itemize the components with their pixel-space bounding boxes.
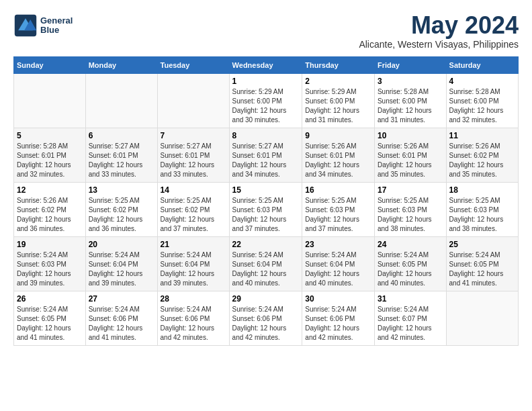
- calendar-header: Sunday Monday Tuesday Wednesday Thursday…: [14, 57, 519, 74]
- day-info: Sunrise: 5:24 AM Sunset: 6:04 PM Dayligh…: [161, 250, 226, 288]
- day-number: 7: [161, 131, 226, 140]
- logo: General Blue: [13, 13, 73, 38]
- calendar-cell: 27Sunrise: 5:24 AM Sunset: 6:06 PM Dayli…: [85, 291, 157, 346]
- day-info: Sunrise: 5:25 AM Sunset: 6:02 PM Dayligh…: [161, 196, 226, 234]
- calendar-cell: 3Sunrise: 5:28 AM Sunset: 6:00 PM Daylig…: [374, 74, 446, 128]
- calendar-cell: 16Sunrise: 5:25 AM Sunset: 6:03 PM Dayli…: [302, 183, 375, 237]
- day-number: 18: [449, 185, 515, 195]
- week-row-4: 19Sunrise: 5:24 AM Sunset: 6:03 PM Dayli…: [14, 237, 519, 291]
- day-info: Sunrise: 5:24 AM Sunset: 6:06 PM Dayligh…: [161, 305, 226, 342]
- day-number: 12: [17, 185, 83, 195]
- calendar-cell: 10Sunrise: 5:26 AM Sunset: 6:01 PM Dayli…: [374, 128, 446, 183]
- day-number: 4: [449, 77, 515, 86]
- col-wednesday: Wednesday: [229, 57, 302, 74]
- calendar-cell: 17Sunrise: 5:25 AM Sunset: 6:03 PM Dayli…: [374, 183, 446, 237]
- day-info: Sunrise: 5:24 AM Sunset: 6:04 PM Dayligh…: [305, 250, 371, 288]
- calendar-cell: 28Sunrise: 5:24 AM Sunset: 6:06 PM Dayli…: [157, 291, 229, 346]
- calendar-body: 1Sunrise: 5:29 AM Sunset: 6:00 PM Daylig…: [14, 74, 519, 346]
- day-info: Sunrise: 5:24 AM Sunset: 6:04 PM Dayligh…: [232, 250, 300, 288]
- calendar-cell: [14, 74, 86, 128]
- day-info: Sunrise: 5:27 AM Sunset: 6:01 PM Dayligh…: [161, 142, 226, 179]
- calendar-cell: 26Sunrise: 5:24 AM Sunset: 6:05 PM Dayli…: [14, 291, 86, 346]
- calendar-cell: 5Sunrise: 5:28 AM Sunset: 6:01 PM Daylig…: [14, 128, 86, 183]
- day-number: 31: [378, 294, 443, 304]
- day-info: Sunrise: 5:24 AM Sunset: 6:07 PM Dayligh…: [378, 305, 443, 342]
- day-number: 27: [89, 294, 154, 304]
- day-number: 21: [161, 240, 226, 249]
- day-info: Sunrise: 5:26 AM Sunset: 6:02 PM Dayligh…: [17, 196, 83, 234]
- week-row-2: 5Sunrise: 5:28 AM Sunset: 6:01 PM Daylig…: [14, 128, 519, 183]
- calendar-cell: 31Sunrise: 5:24 AM Sunset: 6:07 PM Dayli…: [374, 291, 446, 346]
- title-section: May 2024 Alicante, Western Visayas, Phil…: [359, 13, 519, 50]
- calendar-cell: 24Sunrise: 5:24 AM Sunset: 6:05 PM Dayli…: [374, 237, 446, 291]
- day-info: Sunrise: 5:24 AM Sunset: 6:06 PM Dayligh…: [232, 305, 300, 342]
- day-number: 3: [378, 77, 443, 86]
- month-title: May 2024: [359, 13, 519, 38]
- calendar-cell: 23Sunrise: 5:24 AM Sunset: 6:04 PM Dayli…: [302, 237, 375, 291]
- day-info: Sunrise: 5:24 AM Sunset: 6:03 PM Dayligh…: [17, 250, 83, 288]
- day-info: Sunrise: 5:25 AM Sunset: 6:03 PM Dayligh…: [305, 196, 371, 234]
- day-info: Sunrise: 5:24 AM Sunset: 6:06 PM Dayligh…: [89, 305, 154, 342]
- day-number: 30: [305, 294, 371, 304]
- day-number: 19: [17, 240, 83, 249]
- page-header: General Blue May 2024 Alicante, Western …: [13, 13, 519, 50]
- day-number: 29: [232, 294, 300, 304]
- col-thursday: Thursday: [302, 57, 375, 74]
- day-info: Sunrise: 5:25 AM Sunset: 6:03 PM Dayligh…: [378, 196, 443, 234]
- day-info: Sunrise: 5:27 AM Sunset: 6:01 PM Dayligh…: [89, 142, 154, 179]
- day-number: 10: [378, 131, 443, 140]
- calendar-cell: 21Sunrise: 5:24 AM Sunset: 6:04 PM Dayli…: [157, 237, 229, 291]
- calendar-cell: 30Sunrise: 5:24 AM Sunset: 6:06 PM Dayli…: [302, 291, 375, 346]
- day-number: 26: [17, 294, 83, 304]
- col-monday: Monday: [85, 57, 157, 74]
- day-info: Sunrise: 5:26 AM Sunset: 6:01 PM Dayligh…: [378, 142, 443, 179]
- day-info: Sunrise: 5:24 AM Sunset: 6:06 PM Dayligh…: [305, 305, 371, 342]
- calendar-cell: 8Sunrise: 5:27 AM Sunset: 6:01 PM Daylig…: [229, 128, 302, 183]
- day-info: Sunrise: 5:29 AM Sunset: 6:00 PM Dayligh…: [305, 87, 371, 125]
- day-info: Sunrise: 5:27 AM Sunset: 6:01 PM Dayligh…: [232, 142, 300, 179]
- col-tuesday: Tuesday: [157, 57, 229, 74]
- day-number: 13: [89, 185, 154, 195]
- col-sunday: Sunday: [14, 57, 86, 74]
- day-number: 16: [305, 185, 371, 195]
- day-number: 25: [449, 240, 515, 249]
- col-saturday: Saturday: [446, 57, 518, 74]
- day-number: 8: [232, 131, 300, 140]
- header-row: Sunday Monday Tuesday Wednesday Thursday…: [14, 57, 519, 74]
- day-number: 11: [449, 131, 515, 140]
- day-number: 20: [89, 240, 154, 249]
- calendar-cell: 25Sunrise: 5:24 AM Sunset: 6:05 PM Dayli…: [446, 237, 518, 291]
- day-info: Sunrise: 5:28 AM Sunset: 6:00 PM Dayligh…: [449, 87, 515, 125]
- day-number: 2: [305, 77, 371, 86]
- logo-text: General Blue: [40, 16, 73, 36]
- calendar-cell: 15Sunrise: 5:25 AM Sunset: 6:03 PM Dayli…: [229, 183, 302, 237]
- calendar-table: Sunday Monday Tuesday Wednesday Thursday…: [13, 56, 519, 346]
- day-info: Sunrise: 5:24 AM Sunset: 6:05 PM Dayligh…: [449, 250, 515, 288]
- day-number: 22: [232, 240, 300, 249]
- day-info: Sunrise: 5:28 AM Sunset: 6:00 PM Dayligh…: [378, 87, 443, 125]
- day-number: 17: [378, 185, 443, 195]
- calendar-cell: 22Sunrise: 5:24 AM Sunset: 6:04 PM Dayli…: [229, 237, 302, 291]
- logo-line1: General: [40, 16, 73, 26]
- calendar-cell: 20Sunrise: 5:24 AM Sunset: 6:04 PM Dayli…: [85, 237, 157, 291]
- calendar-cell: 7Sunrise: 5:27 AM Sunset: 6:01 PM Daylig…: [157, 128, 229, 183]
- calendar-cell: 9Sunrise: 5:26 AM Sunset: 6:01 PM Daylig…: [302, 128, 375, 183]
- day-info: Sunrise: 5:26 AM Sunset: 6:01 PM Dayligh…: [305, 142, 371, 179]
- day-info: Sunrise: 5:29 AM Sunset: 6:00 PM Dayligh…: [232, 87, 300, 125]
- calendar-cell: 18Sunrise: 5:25 AM Sunset: 6:03 PM Dayli…: [446, 183, 518, 237]
- calendar-cell: 6Sunrise: 5:27 AM Sunset: 6:01 PM Daylig…: [85, 128, 157, 183]
- location: Alicante, Western Visayas, Philippines: [359, 39, 519, 50]
- day-number: 6: [89, 131, 154, 140]
- calendar-cell: 11Sunrise: 5:26 AM Sunset: 6:02 PM Dayli…: [446, 128, 518, 183]
- day-number: 9: [305, 131, 371, 140]
- day-info: Sunrise: 5:25 AM Sunset: 6:02 PM Dayligh…: [89, 196, 154, 234]
- calendar-cell: [446, 291, 518, 346]
- day-number: 24: [378, 240, 443, 249]
- day-number: 14: [161, 185, 226, 195]
- day-info: Sunrise: 5:24 AM Sunset: 6:04 PM Dayligh…: [89, 250, 154, 288]
- day-number: 15: [232, 185, 300, 195]
- calendar-cell: 14Sunrise: 5:25 AM Sunset: 6:02 PM Dayli…: [157, 183, 229, 237]
- logo-icon: [13, 13, 38, 38]
- calendar-cell: 19Sunrise: 5:24 AM Sunset: 6:03 PM Dayli…: [14, 237, 86, 291]
- day-info: Sunrise: 5:24 AM Sunset: 6:05 PM Dayligh…: [378, 250, 443, 288]
